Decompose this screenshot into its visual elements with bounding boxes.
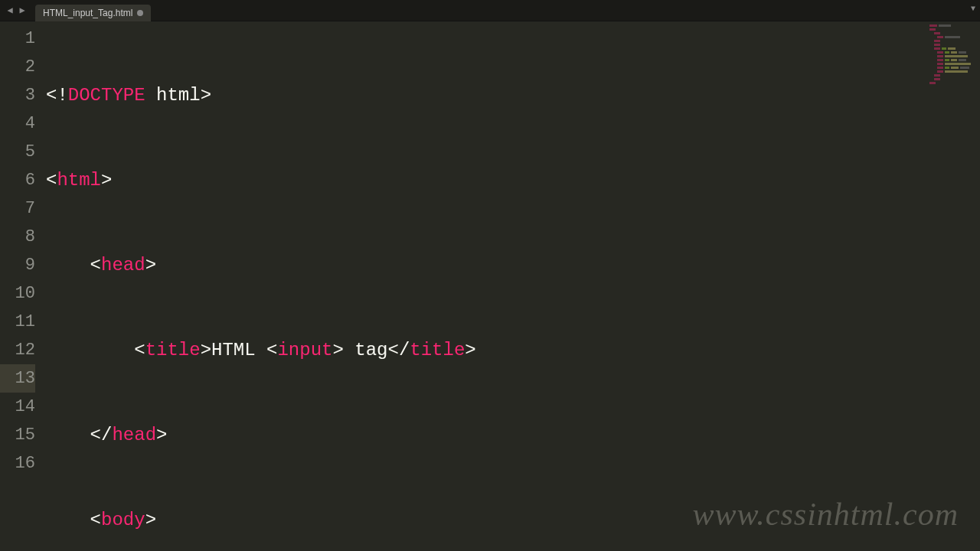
line-number: 10 bbox=[0, 279, 35, 308]
tab-bar: ◀ ▶ HTML_input_Tag.html ▼ bbox=[0, 0, 980, 21]
nav-forward-icon[interactable]: ▶ bbox=[17, 5, 28, 16]
file-tab[interactable]: HTML_input_Tag.html bbox=[35, 5, 151, 21]
line-number: 6 bbox=[0, 166, 35, 194]
line-number: 16 bbox=[0, 449, 35, 478]
tab-dropdown-icon[interactable]: ▼ bbox=[971, 5, 975, 13]
editor: 1 2 3 4 5 6 7 8 9 10 11 12 13 14 15 16 <… bbox=[0, 21, 980, 551]
code-line: </head> bbox=[46, 421, 980, 449]
line-number: 4 bbox=[0, 109, 35, 138]
line-number-gutter: 1 2 3 4 5 6 7 8 9 10 11 12 13 14 15 16 bbox=[0, 21, 46, 551]
line-number: 3 bbox=[0, 81, 35, 109]
line-number: 13 bbox=[0, 364, 35, 393]
modified-indicator-icon bbox=[137, 10, 143, 16]
line-number: 7 bbox=[0, 194, 35, 223]
line-number: 1 bbox=[0, 24, 35, 53]
line-number: 14 bbox=[0, 393, 35, 421]
code-line: <html> bbox=[46, 166, 980, 194]
minimap[interactable] bbox=[929, 24, 975, 93]
watermark: www.cssinhtml.com bbox=[692, 496, 959, 533]
code-line: <head> bbox=[46, 251, 980, 279]
line-number: 9 bbox=[0, 251, 35, 279]
code-line: <!DOCTYPE html> bbox=[46, 81, 980, 109]
line-number: 8 bbox=[0, 223, 35, 251]
code-line: <title>HTML <input> tag</title> bbox=[46, 336, 980, 364]
tab-filename: HTML_input_Tag.html bbox=[43, 8, 132, 18]
line-number: 11 bbox=[0, 308, 35, 336]
line-number: 5 bbox=[0, 138, 35, 166]
nav-arrows: ◀ ▶ bbox=[0, 5, 32, 16]
nav-back-icon[interactable]: ◀ bbox=[5, 5, 15, 16]
code-area[interactable]: <!DOCTYPE html> <html> <head> <title>HTM… bbox=[46, 21, 980, 551]
line-number: 15 bbox=[0, 421, 35, 449]
line-number: 12 bbox=[0, 336, 35, 364]
line-number: 2 bbox=[0, 53, 35, 81]
